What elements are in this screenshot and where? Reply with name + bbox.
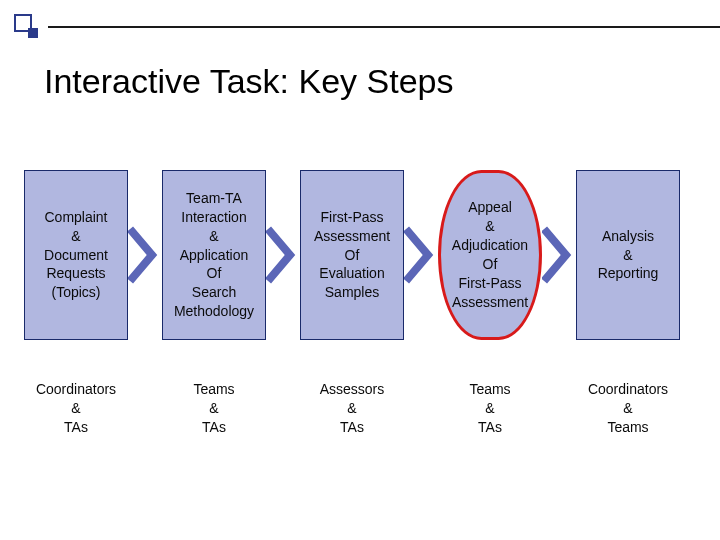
slide-title: Interactive Task: Key Steps <box>44 62 453 101</box>
step-box-text: Appeal & Adjudication Of First-Pass Asse… <box>452 198 528 311</box>
arrow-right-icon <box>404 225 438 285</box>
step-role-text: Assessors & TAs <box>300 380 404 437</box>
step-box: First-Pass Assessment Of Evaluation Samp… <box>300 170 404 340</box>
arrow-right-icon <box>542 225 576 285</box>
step-role-label: Coordinators & TAs <box>24 380 128 437</box>
step-box-text: Complaint & Document Requests (Topics) <box>44 208 108 302</box>
step-role-text: Coordinators & TAs <box>24 380 128 437</box>
step-role-text: Teams & TAs <box>438 380 542 437</box>
step-box: Team-TA Interaction & Application Of Sea… <box>162 170 266 340</box>
step-role-label: Assessors & TAs <box>300 380 404 437</box>
header-rule <box>48 26 720 28</box>
step-box: Analysis & Reporting <box>576 170 680 340</box>
step-role-label: Teams & TAs <box>162 380 266 437</box>
process-diagram: Complaint & Document Requests (Topics)Te… <box>0 160 720 437</box>
step-box-text: First-Pass Assessment Of Evaluation Samp… <box>314 208 390 302</box>
step-role-label: Teams & TAs <box>438 380 542 437</box>
step-role-text: Coordinators & Teams <box>576 380 680 437</box>
step-role-text: Teams & TAs <box>162 380 266 437</box>
arrow-right-icon <box>266 225 300 285</box>
slide-logo <box>14 14 40 40</box>
step-box-text: Team-TA Interaction & Application Of Sea… <box>174 189 254 321</box>
step-role-label: Coordinators & Teams <box>576 380 680 437</box>
step-box-text: Analysis & Reporting <box>598 227 659 284</box>
arrow-right-icon <box>128 225 162 285</box>
step-box: Appeal & Adjudication Of First-Pass Asse… <box>438 170 542 340</box>
step-box: Complaint & Document Requests (Topics) <box>24 170 128 340</box>
